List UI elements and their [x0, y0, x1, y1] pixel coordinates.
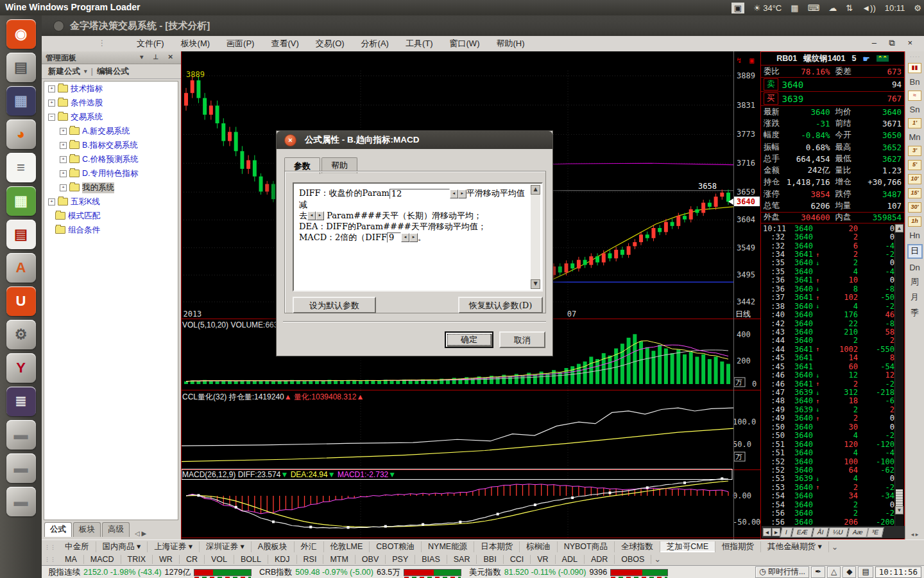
quote-tab-ÅI[interactable]: ÅI [812, 527, 829, 538]
period-[interactable]: ◂ ▸ [911, 531, 919, 538]
period-1[interactable]: 1' [908, 118, 921, 128]
quote-tab-EÆ[interactable]: EÆ [791, 527, 813, 538]
tree-item-模式匹配[interactable]: 模式匹配 [44, 209, 178, 223]
market-overflow-icon[interactable]: ⌄ [829, 542, 841, 552]
menu-6[interactable]: 分析(A) [361, 38, 389, 49]
bid-row[interactable]: 买 3639 767 [761, 92, 904, 106]
spin-right-icon[interactable]: ▸ [316, 211, 324, 220]
pointer-icon[interactable]: ☛ [862, 54, 869, 64]
indicator-tab-SAR[interactable]: SAR [447, 555, 477, 564]
tree-item-我的系统[interactable]: +我的系统 [44, 180, 178, 195]
indicator-tab-PSY[interactable]: PSY [386, 555, 415, 564]
calc[interactable]: ▦ [6, 186, 36, 216]
firefox[interactable]: ◕ [6, 119, 36, 149]
market-tab-中金所[interactable]: 中金所 [58, 541, 96, 552]
menu-grip[interactable]: ⋮ [98, 39, 105, 48]
dialog-scrollbar[interactable]: ▲ ▼ [531, 185, 540, 289]
ubuntu-launcher[interactable]: ◉ [6, 19, 36, 49]
market-tab-芝加哥CME[interactable]: 芝加哥CME [660, 541, 715, 552]
disk-2[interactable]: ▬ [6, 453, 36, 483]
quote-tab-Aæ[interactable]: Aæ [847, 527, 868, 538]
tree-item-条件选股[interactable]: +条件选股 [44, 96, 178, 110]
market-tab-深圳证券[interactable]: 深圳证券 ▾ [200, 541, 252, 552]
indicator-tab-MTM[interactable]: MTM [323, 555, 355, 564]
menu-3[interactable]: 画面(P) [227, 38, 254, 49]
cloud-icon[interactable]: ☁ [828, 3, 837, 13]
tree-expand-icon[interactable]: + [60, 184, 67, 191]
market-tab-国内商品[interactable]: 国内商品 ▾ [96, 541, 148, 552]
period-[interactable]: ≈ [908, 91, 921, 101]
tree-expand-icon[interactable]: + [48, 100, 55, 107]
new-formula-dropdown-icon[interactable]: ▾ [84, 68, 87, 74]
dialog-scroll-down[interactable]: ▼ [531, 279, 540, 289]
indicator-tab-BBI[interactable]: BBI [477, 555, 503, 564]
market-tab-全球指数[interactable]: 全球指数 [615, 541, 660, 552]
dialog-close-button[interactable]: × [284, 134, 296, 146]
tree-expand-icon[interactable]: + [48, 85, 55, 92]
spin-right-icon[interactable]: ▸ [458, 189, 466, 198]
indicator-tab-ADL[interactable]: ADL [556, 555, 585, 564]
period-Sn[interactable]: Sn [910, 105, 920, 114]
tree-expand-icon[interactable]: + [60, 128, 67, 135]
ok-button[interactable]: 确定 [445, 331, 493, 348]
menu-9[interactable]: 帮助(H) [496, 38, 524, 49]
indicator-tab-CCI[interactable]: CCI [504, 555, 531, 564]
indicator-tab-BIAS[interactable]: BIAS [415, 555, 447, 564]
menu-7[interactable]: 工具(T) [406, 38, 433, 49]
tick-tape-list[interactable]: 10:113640200:32364020:3236406-4:343641↑2… [762, 224, 896, 527]
dialog-title-bar[interactable]: × 公式属性 - B.趋向指标:MACD [277, 131, 552, 149]
tree-item-B.指标交易系统[interactable]: +B.指标交易系统 [44, 138, 178, 152]
restore-default-params-button[interactable]: 恢复默认参数(D) [458, 297, 543, 313]
tape-scroll-down[interactable]: ▼ [895, 506, 903, 514]
quote-tab-³E[interactable]: ³E [866, 527, 884, 538]
market-tab-A股板块[interactable]: A股板块 [252, 541, 295, 552]
market-tab-CBOT粮油[interactable]: CBOT粮油 [370, 541, 422, 552]
indicator-tab-ADR[interactable]: ADR [585, 555, 615, 564]
keyboard-icon[interactable]: ⌨ [808, 3, 820, 13]
quote-tab-¼U[interactable]: ¼U [827, 527, 848, 538]
tree-expand-icon[interactable]: + [60, 156, 67, 163]
period-Hn[interactable]: Hn [909, 231, 920, 240]
feed-status-button[interactable]: ◷ 即时行情... [755, 566, 809, 578]
period-月[interactable]: 月 [911, 292, 919, 303]
indicator-tab-VR[interactable]: VR [531, 555, 555, 564]
disk-1[interactable]: ▬ [6, 420, 36, 450]
edit-formula-button[interactable]: 编辑公式 [97, 66, 129, 77]
indicator-tab-BOLL[interactable]: BOLL [234, 555, 268, 564]
menu-2[interactable]: 板块(M) [181, 38, 210, 49]
status-tool-icon-2[interactable]: △ [827, 566, 841, 578]
workspace[interactable]: ▦ [6, 86, 36, 116]
market-tab-其他金融期货[interactable]: 其他金融期货 ▾ [761, 541, 829, 552]
indicator-tab-OBOS[interactable]: OBOS [615, 555, 651, 564]
market-tab-外汇[interactable]: 外汇 [295, 541, 324, 552]
files[interactable]: ▤ [6, 53, 36, 82]
period-日[interactable]: 日 [907, 244, 923, 259]
panel-tab-板块[interactable]: 板块 [73, 522, 101, 537]
indicator-tab-MA[interactable]: MA [58, 555, 84, 564]
tape-scroll-thumb[interactable] [896, 489, 903, 506]
indicator-tab-TRIX[interactable]: TRIX [121, 555, 153, 564]
menu-4[interactable]: 查看(V) [271, 38, 298, 49]
market-tab-恒指期货[interactable]: 恒指期货 [715, 541, 761, 552]
menu-1[interactable]: 文件(F) [137, 38, 164, 49]
spin-right-icon[interactable]: ▸ [409, 233, 418, 242]
period-Bn[interactable]: Bn [910, 77, 920, 87]
indicator-tab-KDJ[interactable]: KDJ [268, 555, 297, 564]
terminal[interactable]: ≣ [6, 387, 36, 416]
spin-left-icon[interactable]: ◂ [450, 189, 458, 198]
wine[interactable]: Y [6, 353, 36, 383]
spin-left-icon[interactable]: ◂ [401, 233, 409, 242]
status-tool-icon-1[interactable]: ✒ [811, 566, 825, 578]
quote-tab-I[interactable]: I [780, 527, 792, 538]
tree-expand-icon[interactable]: + [60, 142, 67, 149]
menu-8[interactable]: 窗口(W) [450, 38, 480, 49]
market-tab-棕榈油[interactable]: 棕榈油 [520, 541, 558, 552]
tree-item-D.专用特色指标[interactable]: +D.专用特色指标 [44, 166, 178, 180]
sync-icon[interactable]: ⇅ [846, 3, 853, 13]
rank-up-icon[interactable]: ⌃⌃ [877, 55, 889, 62]
status-tool-icon-3[interactable]: ◆ [843, 566, 856, 578]
tree-expand-icon[interactable]: − [48, 114, 55, 121]
market-tab-NYBOT商品[interactable]: NYBOT商品 [558, 541, 615, 552]
tape-tab-scroll-right[interactable]: ▸ [772, 528, 780, 536]
period-5[interactable]: 5' [908, 160, 921, 170]
